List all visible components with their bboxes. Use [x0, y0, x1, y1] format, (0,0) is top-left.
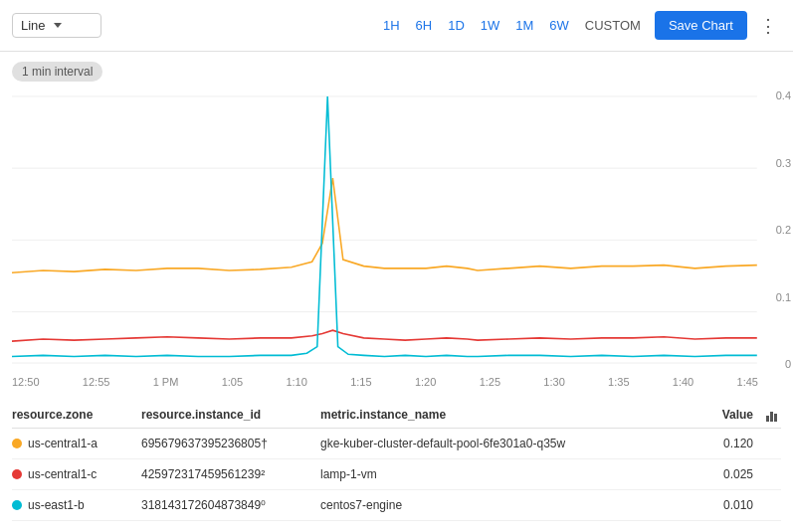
y-label-01: 0.1 [765, 291, 791, 303]
instance-id-2: 425972317459561239² [141, 467, 320, 481]
y-axis-labels: 0.4 0.3 0.2 0.1 0 [763, 86, 793, 374]
x-label-1255: 12:55 [83, 376, 110, 388]
x-label-130: 1:30 [543, 376, 564, 388]
x-label-140: 1:40 [673, 376, 694, 388]
column-settings-icon[interactable] [766, 408, 777, 422]
zone-cell-3: us-east1-b [12, 498, 141, 512]
zone-cell-1: us-central1-a [12, 437, 141, 450]
y-label-02: 0.2 [765, 224, 791, 236]
x-label-110: 1:10 [286, 376, 306, 388]
dot-orange-icon [12, 439, 22, 448]
y-label-04: 0.4 [765, 89, 791, 101]
table-row: us-east1-b 318143172604873849⁰ centos7-e… [12, 490, 781, 521]
toolbar: Line 1H 6H 1D 1W 1M 6W CUSTOM Save Chart… [0, 0, 793, 52]
time-btn-6w[interactable]: 6W [543, 14, 575, 37]
value-2: 0.025 [682, 467, 761, 481]
table-header-row: resource.zone resource.instance_id metri… [12, 402, 781, 429]
chart-container [12, 86, 788, 374]
y-label-00: 0 [765, 358, 791, 370]
col-header-zone: resource.zone [12, 408, 141, 422]
instance-id-1: 695679637395236805† [141, 437, 320, 450]
col-header-icon[interactable] [761, 408, 781, 422]
x-label-125: 1:25 [480, 376, 500, 388]
interval-badge: 1 min interval [12, 62, 102, 82]
y-label-03: 0.3 [765, 157, 791, 169]
x-label-135: 1:35 [608, 376, 629, 388]
more-options-icon[interactable]: ⋮ [755, 11, 781, 41]
table-row: us-central1-c 425972317459561239² lamp-1… [12, 459, 781, 490]
data-table: resource.zone resource.instance_id metri… [0, 394, 793, 521]
zone-label-1: us-central1-a [28, 437, 98, 450]
metric-name-3: centos7-engine [320, 498, 682, 512]
col-header-instance-id: resource.instance_id [141, 408, 320, 422]
zone-cell-2: us-central1-c [12, 467, 141, 481]
time-btn-6h[interactable]: 6H [410, 14, 439, 37]
x-label-1250: 12:50 [12, 376, 40, 388]
x-label-120: 1:20 [415, 376, 436, 388]
save-chart-button[interactable]: Save Chart [655, 11, 747, 40]
dot-teal-icon [12, 500, 22, 510]
time-range-buttons: 1H 6H 1D 1W 1M 6W CUSTOM [377, 14, 647, 37]
value-1: 0.120 [682, 437, 761, 450]
time-btn-1h[interactable]: 1H [377, 14, 406, 37]
x-label-115: 1:15 [350, 376, 371, 388]
instance-id-3: 318143172604873849⁰ [141, 498, 320, 512]
time-btn-1d[interactable]: 1D [442, 14, 471, 37]
col-header-metric-name: metric.instance_name [320, 408, 682, 422]
metric-name-1: gke-kuber-cluster-default-pool-6fe301a0-… [320, 437, 682, 450]
time-btn-custom[interactable]: CUSTOM [579, 14, 647, 37]
chart-svg [12, 86, 788, 374]
x-label-1pm: 1 PM [153, 376, 179, 388]
value-3: 0.010 [682, 498, 761, 512]
dot-red-icon [12, 469, 22, 479]
dropdown-arrow-icon [54, 23, 62, 28]
chart-type-dropdown[interactable]: Line [12, 13, 101, 38]
x-axis-labels: 12:50 12:55 1 PM 1:05 1:10 1:15 1:20 1:2… [12, 374, 788, 388]
zone-label-3: us-east1-b [28, 498, 85, 512]
time-btn-1w[interactable]: 1W [475, 14, 506, 37]
chart-wrapper: 0.4 0.3 0.2 0.1 0 [12, 86, 793, 374]
time-btn-1m[interactable]: 1M [509, 14, 539, 37]
metric-name-2: lamp-1-vm [320, 467, 682, 481]
x-label-145: 1:45 [737, 376, 758, 388]
chart-area: 1 min interval 0.4 0.3 0.2 [0, 52, 793, 388]
x-label-105: 1:05 [222, 376, 243, 388]
zone-label-2: us-central1-c [28, 467, 97, 481]
table-row: us-central1-a 695679637395236805† gke-ku… [12, 429, 781, 459]
chart-type-label: Line [21, 18, 46, 33]
col-header-value: Value [682, 408, 761, 422]
